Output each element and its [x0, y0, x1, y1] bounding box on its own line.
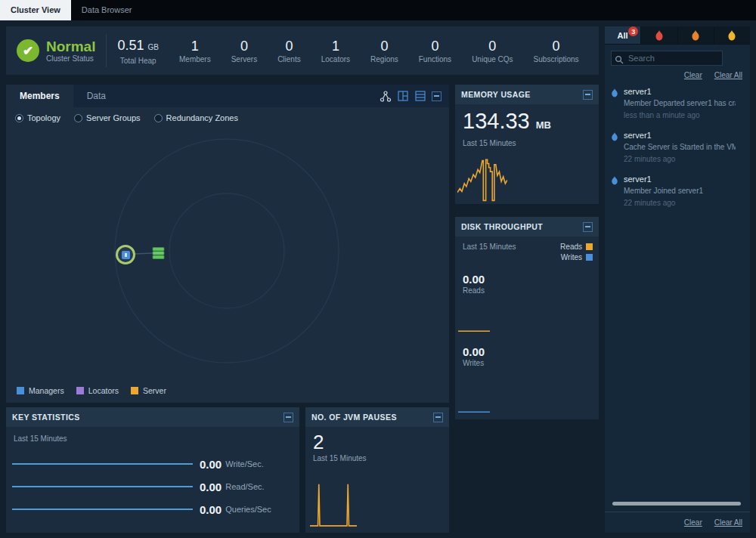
legend-writes: Writes — [560, 253, 593, 261]
radio-redundancy-zones[interactable]: Redundancy Zones — [154, 113, 238, 122]
alert-search — [611, 51, 723, 66]
disk-writes-chart — [458, 382, 490, 413]
jvm-pauses-widget: NO. OF JVM PAUSES 2 Last 15 Minutes — [305, 407, 449, 533]
tab-cluster-view[interactable]: Cluster View — [0, 0, 71, 20]
stat-value: 0 — [419, 38, 451, 54]
legend-locators: Locators — [76, 386, 119, 395]
disk-throughput-header: DISK THROUGHPUT — [455, 217, 599, 237]
members-panel-header: Members Data — [6, 85, 449, 107]
stat-label: Queries/Sec — [225, 505, 271, 514]
stat-value: 0 — [534, 38, 579, 54]
writes-label: Writes — [463, 359, 485, 367]
memory-unit: MB — [536, 119, 551, 131]
stat-row-queries: 0.00 Queries/Sec — [12, 501, 295, 518]
status-value: Normal — [46, 39, 95, 54]
horizontal-scrollbar[interactable] — [612, 502, 741, 506]
flame-icon — [611, 176, 618, 185]
topology-graph — [6, 107, 449, 403]
stat-label: Locators — [321, 55, 350, 63]
flame-icon — [655, 30, 664, 41]
stat-label: Read/Sec. — [225, 482, 264, 491]
key-statistics-widget: KEY STATISTICS Last 15 Minutes 0.00 Writ… — [6, 407, 299, 533]
memory-usage-header: MEMORY USAGE — [455, 85, 599, 104]
cluster-status: ✔ Normal Cluster Status — [6, 39, 106, 63]
stat-value: 0.51 — [117, 38, 144, 53]
stat-label: Write/Sec. — [225, 459, 264, 468]
alert-tab-severe[interactable] — [641, 26, 677, 44]
clear-all-link[interactable]: Clear All — [714, 518, 742, 527]
jvm-pauses-body: 2 Last 15 Minutes — [305, 427, 449, 533]
disk-throughput-body: Last 15 Minutes Reads Writes 0.00 Reads — [455, 237, 599, 419]
alert-tab-error[interactable] — [678, 26, 714, 44]
collapse-icon[interactable] — [433, 413, 443, 422]
memory-usage-body: 134.33 MB Last 15 Minutes — [455, 104, 599, 204]
widget-title: MEMORY USAGE — [461, 90, 583, 99]
clear-link[interactable]: Clear — [684, 71, 702, 79]
clear-all-link[interactable]: Clear All — [714, 71, 742, 79]
flame-icon — [611, 132, 618, 141]
view-icons — [380, 85, 449, 107]
member-node[interactable] — [151, 246, 166, 264]
locator-node[interactable] — [116, 245, 135, 264]
stat-value: 0.00 — [200, 503, 222, 516]
widget-title: NO. OF JVM PAUSES — [311, 413, 433, 422]
collapse-icon[interactable] — [583, 90, 593, 100]
stat-value: 0 — [472, 38, 513, 54]
search-icon — [615, 54, 624, 67]
alert-tab-all[interactable]: All 3 — [605, 26, 641, 44]
stat-unique-cqs: 0 Unique CQs — [472, 38, 513, 63]
alert-list: server1 Member Departed server1 has cras… — [605, 84, 750, 207]
alert-item[interactable]: server1 Cache Server is Started in the V… — [611, 131, 744, 163]
legend-label: Server — [143, 386, 166, 395]
stat-value: 1 — [321, 38, 350, 54]
jvm-period: Last 15 Minutes — [313, 454, 442, 462]
top-tab-bar: Cluster View Data Browser — [0, 0, 756, 20]
reads-value: 0.00 — [463, 273, 485, 286]
alert-item[interactable]: server1 Member Joined server1 22 minutes… — [611, 175, 744, 207]
alert-title: server1 — [624, 131, 736, 140]
alert-search-input[interactable] — [611, 51, 723, 66]
stat-label: Servers — [231, 55, 257, 63]
tab-data-browser[interactable]: Data Browser — [71, 0, 143, 20]
flame-icon — [727, 30, 736, 41]
stat-label: Unique CQs — [472, 55, 513, 63]
stat-value: 0 — [277, 38, 301, 54]
legend-reads: Reads — [560, 243, 593, 251]
treemap-view-icon[interactable] — [397, 90, 409, 102]
stat-servers: 0 Servers — [231, 38, 257, 63]
key-statistics-header: KEY STATISTICS — [6, 407, 299, 427]
jvm-pauses-header: NO. OF JVM PAUSES — [305, 407, 449, 427]
stat-regions: 0 Regions — [370, 38, 398, 63]
radio-icon — [74, 114, 82, 122]
network-view-icon[interactable] — [380, 90, 392, 102]
widget-title: KEY STATISTICS — [12, 413, 284, 422]
tab-data[interactable]: Data — [73, 85, 119, 107]
stat-row-writes: 0.00 Write/Sec. — [12, 456, 295, 472]
radio-topology[interactable]: Topology — [15, 113, 60, 122]
legend-swatch — [17, 387, 24, 394]
radio-server-groups[interactable]: Server Groups — [74, 113, 141, 122]
divider — [106, 34, 107, 67]
collapse-icon[interactable] — [284, 413, 293, 422]
tab-members[interactable]: Members — [6, 85, 73, 107]
locator-icon — [122, 251, 130, 259]
stat-subscriptions: 0 Subscriptions — [534, 38, 579, 63]
collapse-icon[interactable] — [432, 91, 442, 101]
legend-swatch — [76, 387, 84, 394]
stat-members: 1 Members — [179, 38, 211, 63]
grid-view-icon[interactable] — [414, 90, 426, 102]
alerts-footer: Clear Clear All — [605, 512, 750, 533]
disk-legend: Reads Writes — [560, 243, 593, 264]
alert-item[interactable]: server1 Member Departed server1 has cras… — [611, 87, 744, 119]
legend-label: Managers — [29, 386, 64, 395]
stat-total-heap: 0.51 GB Total Heap — [117, 37, 159, 65]
jvm-value: 2 — [313, 431, 442, 453]
legend-label: Writes — [561, 253, 582, 261]
clear-link[interactable]: Clear — [684, 518, 702, 527]
alert-tab-warning[interactable] — [714, 26, 750, 44]
alert-count-badge: 3 — [628, 26, 638, 36]
radio-label: Server Groups — [86, 113, 141, 122]
alerts-sidebar: All 3 Clear Clear All — [605, 26, 750, 533]
alert-time: 22 minutes ago — [624, 199, 703, 207]
collapse-icon[interactable] — [583, 222, 593, 232]
